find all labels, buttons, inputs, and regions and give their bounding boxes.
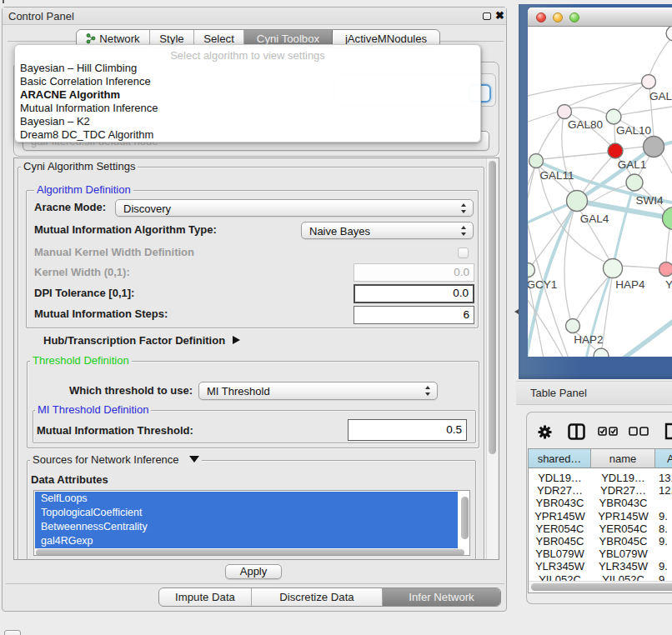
threshold-definition-title: Threshold Definition (30, 355, 132, 367)
mi-threshold-field[interactable]: 0.5 (348, 419, 467, 441)
network-window-titlebar[interactable] (528, 8, 672, 27)
network-node[interactable] (659, 262, 672, 277)
table-cell[interactable]: 12. (655, 484, 672, 497)
table-cell[interactable]: YBR045C (529, 535, 591, 548)
network-node[interactable] (529, 154, 544, 168)
minimize-traffic-light-icon[interactable] (553, 12, 563, 22)
dropdown-item[interactable]: Bayesian – K2 (20, 115, 90, 128)
tab-infer-network[interactable]: Infer Network (383, 588, 500, 606)
table-scrollbar-thumb[interactable] (531, 583, 672, 591)
table-cell[interactable]: 9. (655, 560, 672, 572)
close-icon[interactable]: ✖ (495, 9, 504, 22)
network-node[interactable] (528, 263, 535, 278)
column-header-name[interactable]: name (591, 449, 655, 468)
application-window: Control Panel ✖ Network Style Select Cyn… (0, 0, 672, 635)
table-cell[interactable]: YER054C (529, 522, 591, 535)
node-label: HAP4 (615, 278, 645, 291)
mi-threshold-label: Mutual Information Threshold: (37, 424, 193, 438)
close-traffic-light-icon[interactable] (536, 12, 546, 22)
dropdown-item[interactable]: Basic Correlation Inference (20, 75, 151, 88)
network-node[interactable] (567, 191, 588, 212)
list-item[interactable]: SelfLoops (35, 492, 458, 506)
network-node[interactable] (608, 143, 623, 158)
import-table-file-icon[interactable] (664, 422, 672, 440)
list-item[interactable]: gal4RGexp (35, 534, 458, 548)
tab-jactivemnodules-label: jActiveMNodules (345, 32, 427, 45)
list-horizontal-scrollbar[interactable] (36, 549, 464, 556)
table-cell[interactable]: YBL079W (529, 548, 591, 560)
gear-icon[interactable] (538, 425, 552, 439)
settings-scrollbar-thumb[interactable] (489, 161, 496, 454)
network-node[interactable] (594, 348, 609, 357)
table-cell[interactable]: YBR043C (591, 497, 655, 509)
mi-steps-field[interactable]: 6 (354, 306, 474, 324)
zoom-traffic-light-icon[interactable] (569, 12, 579, 22)
table-cell[interactable]: YDR27… (591, 484, 655, 497)
network-node[interactable] (606, 109, 621, 124)
combo-updown-icon (424, 386, 431, 396)
split-columns-icon[interactable] (568, 423, 585, 440)
list-vertical-scrollbar[interactable] (461, 497, 469, 539)
network-node[interactable] (558, 105, 572, 119)
manual-kernel-width-label: Manual Kernel Width Definition (34, 246, 194, 259)
network-node[interactable] (604, 259, 623, 278)
table-cell[interactable]: YLR345W (591, 560, 655, 572)
node-label: GAL1 (618, 158, 647, 171)
tab-network-label: Network (99, 32, 139, 45)
table-cell[interactable]: YBR043C (529, 497, 591, 509)
table-cell[interactable]: YPR145W (529, 510, 591, 522)
list-item[interactable]: TopologicalCoefficient (35, 506, 458, 520)
table-cell[interactable]: YDL19… (591, 472, 655, 484)
network-graph: GAL2 GAL80 GAL10 GAL1 GAL11 GAL4 SWI4 GC… (528, 27, 672, 357)
tab-content-bottom-border (6, 583, 504, 584)
table-cell[interactable]: 9. (655, 510, 672, 522)
minimized-button-fragment[interactable] (4, 630, 21, 635)
dropdown-item[interactable]: Mutual Information Inference (20, 102, 158, 115)
table-cell[interactable]: YBR045C (591, 535, 655, 548)
sources-title[interactable]: Sources for Network Inference (30, 454, 202, 466)
column-header-shared-name[interactable]: shared… (529, 449, 591, 468)
list-item[interactable]: BetweennessCentrality (35, 520, 458, 534)
which-threshold-combo[interactable]: MI Threshold (198, 382, 438, 400)
network-node[interactable] (642, 75, 656, 89)
dpi-tolerance-field[interactable]: 0.0 (354, 284, 474, 303)
mi-algorithm-type-combo[interactable]: Naive Bayes (301, 222, 474, 239)
table-cell[interactable]: YDR27… (529, 484, 591, 497)
table-cell[interactable]: YER054C (591, 522, 655, 535)
network-node[interactable] (566, 319, 580, 333)
dropdown-item[interactable]: Dream8 DC_TDC Algorithm (20, 128, 153, 142)
network-node[interactable] (626, 174, 643, 191)
table-cell[interactable]: 13. (655, 472, 672, 484)
mi-algorithm-type-label: Mutual Information Algorithm Type: (34, 223, 217, 237)
mi-steps-label: Mutual Information Steps: (34, 308, 168, 321)
manual-kernel-width-checkbox[interactable] (458, 248, 469, 258)
tab-impute-data[interactable]: Impute Data (159, 588, 252, 606)
aracne-mode-combo[interactable]: Discovery (115, 199, 474, 217)
column-header-average[interactable]: Avera… (655, 449, 672, 468)
control-panel-titlebar[interactable] (3, 8, 506, 25)
table-cell[interactable]: YBL079W (591, 548, 655, 560)
checked-columns-icon[interactable] (598, 427, 618, 436)
unchecked-columns-icon[interactable] (629, 427, 649, 436)
table-cell[interactable]: YLR345W (529, 560, 591, 572)
data-attributes-list[interactable]: SelfLoops TopologicalCoefficient Between… (33, 490, 470, 556)
node-label: GAL2 (649, 90, 672, 102)
network-node[interactable] (644, 137, 664, 158)
network-node[interactable] (666, 27, 672, 41)
which-threshold-value: MI Threshold (207, 385, 270, 398)
dropdown-item-selected[interactable]: ARACNE Algorithm (20, 88, 120, 102)
network-canvas[interactable]: GAL2 GAL80 GAL10 GAL1 GAL11 GAL4 SWI4 GC… (528, 27, 672, 357)
kernel-width-field[interactable]: 0.0 (354, 263, 474, 282)
dropdown-item[interactable]: Bayesian – Hill Climbing (20, 62, 137, 75)
hub-definition-label[interactable]: Hub/Transcription Factor Definition (43, 334, 225, 348)
table-cell[interactable]: YPR145W (591, 510, 655, 522)
tab-cyni-toolbox-label: Cyni Toolbox (257, 32, 319, 45)
apply-button[interactable]: Apply (225, 564, 282, 579)
collapse-arrow-icon[interactable] (189, 456, 199, 462)
expand-arrow-icon[interactable] (233, 336, 240, 344)
table-cell[interactable]: 9. (655, 535, 672, 548)
table-cell[interactable]: 8. (655, 522, 672, 535)
float-window-icon[interactable] (483, 12, 491, 20)
table-cell[interactable]: YDL19… (529, 472, 591, 484)
tab-discretize-data[interactable]: Discretize Data (252, 588, 383, 606)
